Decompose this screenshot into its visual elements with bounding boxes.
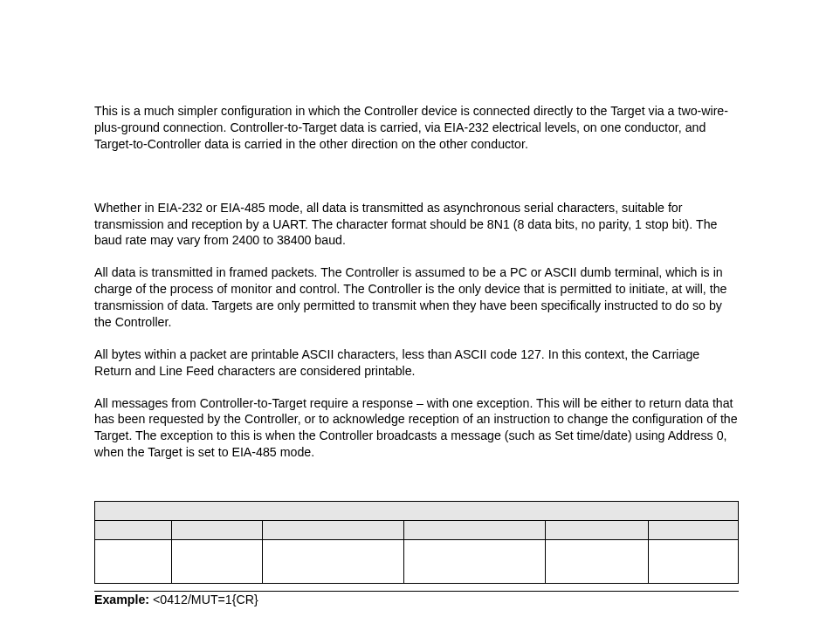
paragraph-mode: Whether in EIA-232 or EIA-485 mode, all …	[94, 200, 739, 250]
table-header-cell	[262, 521, 403, 540]
table-title-cell	[95, 502, 739, 521]
table-title-row	[95, 502, 739, 521]
example-label: Example:	[94, 593, 149, 606]
table-cell	[95, 540, 172, 584]
table-cell	[545, 540, 648, 584]
example-value: <0412/MUT=1{CR}	[153, 593, 258, 606]
paragraph-response: All messages from Controller-to-Target r…	[94, 395, 739, 462]
table-cell	[262, 540, 403, 584]
table-cell	[403, 540, 545, 584]
table-data-row	[95, 540, 739, 584]
table-header-cell	[403, 521, 545, 540]
table-header-cell	[545, 521, 648, 540]
section-spacer	[94, 168, 739, 200]
paragraph-intro: This is a much simpler configuration in …	[94, 103, 739, 153]
packet-structure-table	[94, 501, 739, 584]
table-header-cell	[648, 521, 738, 540]
table-cell	[648, 540, 738, 584]
table-cell	[172, 540, 262, 584]
example-line: Example: <0412/MUT=1{CR}	[94, 593, 739, 606]
paragraph-ascii: All bytes within a packet are printable …	[94, 346, 739, 380]
table-header-cell	[95, 521, 172, 540]
table-spacer	[94, 476, 739, 497]
page-content: This is a much simpler configuration in …	[0, 0, 833, 644]
footer-divider	[94, 591, 739, 592]
paragraph-packets: All data is transmitted in framed packet…	[94, 264, 739, 331]
table-header-cell	[172, 521, 262, 540]
table-header-row	[95, 521, 739, 540]
